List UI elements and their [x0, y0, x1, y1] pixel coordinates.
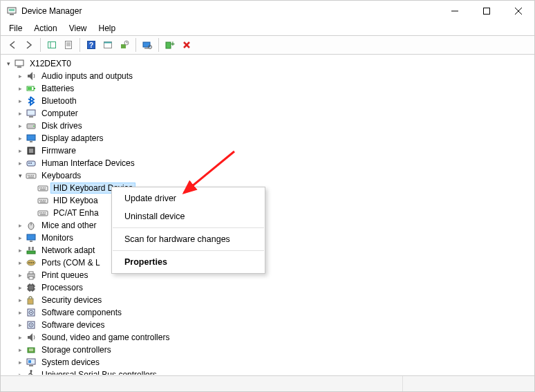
chevron-right-icon[interactable]: ▸	[15, 233, 25, 243]
svg-rect-33	[29, 116, 33, 118]
tree-category[interactable]: ▸Sound, video and game controllers	[15, 331, 534, 344]
menu-action[interactable]: Action	[28, 22, 62, 35]
tree-device-label: HID Keyboa	[51, 196, 100, 205]
tree-category[interactable]: ▸Processors	[15, 281, 534, 294]
context-menu: Update driver Uninstall device Scan for …	[111, 187, 265, 274]
tree-category[interactable]: ▸Software components	[15, 306, 534, 319]
tree-device[interactable]: ▸HID Keyboard Device	[27, 182, 534, 194]
tree-category[interactable]: ▸Firmware	[15, 144, 534, 157]
tree-category[interactable]: ▸Security devices	[15, 294, 534, 306]
svg-rect-30	[34, 88, 35, 89]
add-legacy-button[interactable]: +	[162, 37, 178, 53]
svg-rect-47	[33, 175, 35, 176]
tree-category[interactable]: ▸Computer	[15, 107, 534, 120]
chevron-right-icon[interactable]: ▸	[15, 146, 25, 156]
close-button[interactable]	[503, 1, 534, 21]
chevron-right-icon[interactable]: ▸	[15, 283, 25, 292]
tree-category-label: Disk drives	[39, 121, 84, 131]
tree-device[interactable]: ▸HID Keyboa	[27, 194, 534, 207]
ctx-update-driver[interactable]: Update driver	[112, 189, 265, 207]
uninstall-button[interactable]	[179, 37, 194, 53]
chevron-right-icon[interactable]: ▸	[15, 121, 25, 131]
tree-category-label: Print queues	[39, 270, 90, 280]
chevron-right-icon[interactable]: ▸	[15, 320, 25, 330]
chevron-right-icon[interactable]: ▸	[15, 109, 25, 118]
help-button[interactable]: ?	[84, 37, 99, 53]
chevron-right-icon[interactable]: ▸	[15, 84, 25, 93]
tree-category[interactable]: ▸Bluetooth	[15, 95, 534, 107]
svg-point-75	[28, 262, 30, 263]
chevron-right-icon[interactable]: ▸	[15, 295, 25, 305]
menu-help[interactable]: Help	[93, 22, 122, 35]
chevron-right-icon[interactable]: ▸	[15, 158, 25, 168]
svg-rect-58	[43, 200, 44, 201]
chevron-right-icon[interactable]: ▸	[15, 370, 25, 375]
tree-category-label: Security devices	[39, 295, 104, 305]
maximize-button[interactable]	[471, 1, 503, 21]
tree-category-label: System devices	[39, 357, 102, 367]
ctx-separator	[113, 250, 264, 251]
tree-category[interactable]: ▸Print queues	[15, 269, 534, 281]
tree-category[interactable]: ▾Keyboards	[15, 169, 534, 182]
tree-device[interactable]: ▸PC/AT Enha	[27, 207, 534, 219]
svg-point-96	[30, 324, 32, 326]
chevron-right-icon[interactable]: ▸	[15, 245, 25, 255]
update-driver-button[interactable]	[117, 37, 132, 53]
chevron-right-icon[interactable]: ▸	[15, 333, 25, 342]
minimize-button[interactable]	[439, 1, 471, 21]
tree-root[interactable]: ▾ X12DEXT0	[3, 57, 534, 70]
tree-category[interactable]: ▸System devices	[15, 356, 534, 368]
svg-rect-5	[484, 8, 490, 15]
svg-rect-66	[40, 214, 46, 215]
menu-view[interactable]: View	[64, 22, 93, 35]
svg-rect-54	[40, 189, 46, 190]
tree-category[interactable]: ▸Universal Serial Bus controllers	[15, 368, 534, 375]
tree-category[interactable]: ▸Mice and other	[15, 219, 534, 232]
svg-point-103	[30, 370, 32, 372]
chevron-right-icon[interactable]: ▸	[15, 221, 25, 230]
scan-hardware-button[interactable]	[140, 37, 155, 53]
chevron-right-icon[interactable]: ▸	[15, 357, 25, 367]
tree-category[interactable]: ▸Storage controllers	[15, 344, 534, 356]
tree-category[interactable]: ▸Software devices	[15, 319, 534, 331]
chevron-right-icon[interactable]: ▸	[15, 96, 25, 106]
chevron-right-icon[interactable]: ▸	[15, 71, 25, 81]
keyboard-icon	[26, 170, 37, 181]
svg-point-35	[33, 126, 35, 127]
chevron-right-icon[interactable]: ▸	[15, 345, 25, 355]
tree-category-label: Processors	[39, 283, 85, 292]
tree-category[interactable]: ▸Audio inputs and outputs	[15, 70, 534, 82]
chevron-down-icon[interactable]: ▾	[3, 59, 13, 68]
tree-category[interactable]: ▸Network adapt	[15, 244, 534, 256]
tree-category-label: Mice and other	[39, 221, 98, 230]
tree-category[interactable]: ▸Batteries	[15, 82, 534, 95]
action-button[interactable]	[100, 37, 115, 53]
forward-button[interactable]	[21, 37, 37, 53]
chevron-right-icon[interactable]: ▸	[15, 270, 25, 280]
software-icon	[26, 307, 37, 318]
tree-category[interactable]: ▸Display adapters	[15, 132, 534, 144]
chevron-right-icon[interactable]: ▸	[15, 133, 25, 143]
back-button[interactable]	[5, 37, 20, 53]
ctx-scan-hardware[interactable]: Scan for hardware changes	[112, 230, 265, 248]
chevron-right-icon[interactable]: ▸	[15, 258, 25, 268]
svg-point-41	[28, 162, 30, 164]
menu-file[interactable]: File	[3, 22, 28, 35]
tree-category-label: Storage controllers	[39, 345, 113, 355]
chevron-right-icon[interactable]: ▸	[15, 308, 25, 317]
ctx-uninstall-device[interactable]: Uninstall device	[112, 207, 265, 225]
tree-category[interactable]: ▸Disk drives	[15, 120, 534, 132]
svg-point-42	[30, 162, 32, 164]
tree-category[interactable]: ▸Monitors	[15, 232, 534, 244]
device-tree-pane[interactable]: ▾ X12DEXT0 ▸Audio inputs and outputs▸Bat…	[1, 55, 534, 375]
tree-category[interactable]: ▸Ports (COM & L	[15, 256, 534, 269]
properties-button[interactable]	[61, 37, 76, 53]
chevron-down-icon[interactable]: ▾	[15, 171, 25, 180]
show-hide-tree-button[interactable]	[44, 37, 59, 53]
tree-category[interactable]: ▸Human Interface Devices	[15, 157, 534, 169]
ctx-properties[interactable]: Properties	[112, 253, 265, 271]
tree-category-label: Ports (COM & L	[39, 258, 102, 268]
svg-rect-8	[48, 42, 56, 48]
firmware-icon	[26, 145, 37, 156]
svg-rect-39	[29, 149, 33, 153]
